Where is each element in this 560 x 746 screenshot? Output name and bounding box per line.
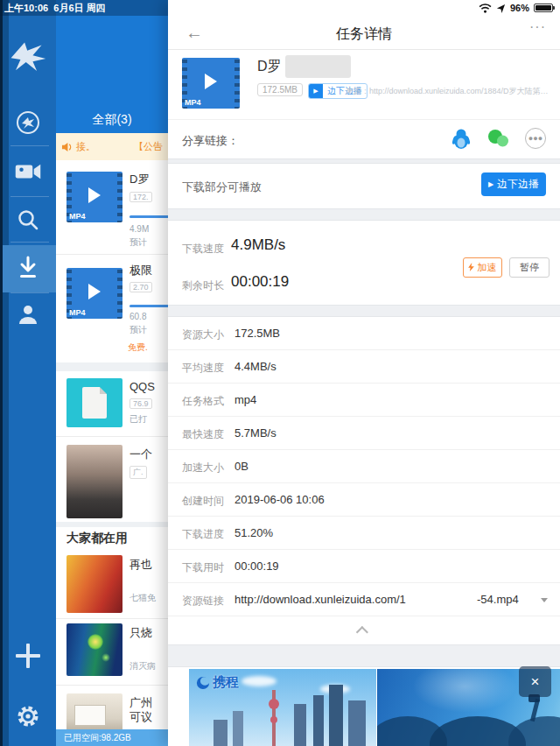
format-label: MP4 <box>185 98 201 107</box>
lightning-icon <box>468 263 474 271</box>
detail-row: 下载用时00:00:19 <box>168 550 560 583</box>
wechat-share-icon[interactable] <box>486 128 509 151</box>
discover-icon[interactable] <box>0 110 56 135</box>
task-detail-panel: ← 任务详情 ··· MP4 D罗 172.5MB ▶ 边下边播 来源：http… <box>168 0 560 746</box>
app-title: 再也 <box>130 557 152 573</box>
status-bar-right: 96% <box>479 0 553 16</box>
playable-hint: 下载部分可播放 <box>182 179 262 195</box>
task-size-badge: 172. <box>130 192 152 202</box>
more-share-icon[interactable]: ●●● <box>525 128 546 149</box>
status-time: 上午10:06 <box>4 3 48 13</box>
file-video-thumbnail[interactable]: MP4 <box>182 58 240 109</box>
stream-play-button[interactable]: ▶ 边下边播 <box>481 172 546 196</box>
detail-row: 创建时间2019-06-06 10:06 <box>168 483 560 517</box>
video-thumbnail: MP4 <box>66 172 122 222</box>
app-subtitle: 消灭病 <box>130 660 156 672</box>
speed-value: 4.9MB/s <box>231 236 285 254</box>
task-speed: 60.8 <box>130 312 146 321</box>
file-source-url: 来源：http://download.xunleizuida.com/1884/… <box>346 86 556 97</box>
accelerate-button[interactable]: 加速 <box>463 257 502 278</box>
format-label: MP4 <box>69 212 86 221</box>
app-title-line2: 可议 <box>130 709 152 725</box>
qq-share-icon[interactable] <box>450 128 472 151</box>
task-eta: 预计 <box>130 324 147 336</box>
add-task-icon[interactable] <box>0 641 56 671</box>
ad-badge: 广. <box>130 466 147 479</box>
photo-thumbnail <box>66 445 122 518</box>
format-label: MP4 <box>69 308 86 317</box>
task-size-badge: 2.70 <box>130 282 152 292</box>
detail-row: 资源大小172.5MB <box>168 317 560 350</box>
wifi-icon <box>479 4 492 13</box>
video-thumbnail: MP4 <box>66 268 122 319</box>
play-icon <box>88 284 101 299</box>
detail-row: 平均速度4.4MB/s <box>168 350 560 384</box>
xunlei-bird-logo <box>0 40 56 72</box>
share-row: 分享链接： ●●● <box>168 119 560 158</box>
resource-link-row[interactable]: 资源链接 http://download.xunleizuida.com/1 -… <box>168 583 560 616</box>
task-title: D罗 <box>130 172 149 187</box>
censored-title-region <box>285 55 351 78</box>
task-eta: 预计 <box>130 236 147 249</box>
progress-bar <box>130 305 168 307</box>
section-header: 大家都在用 <box>66 531 128 546</box>
search-icon[interactable] <box>0 208 56 231</box>
video-icon[interactable] <box>0 161 56 182</box>
sidebar <box>0 0 56 746</box>
collapse-details-button[interactable] <box>168 616 560 644</box>
expand-caret-icon[interactable] <box>541 598 548 602</box>
ad-close-button[interactable]: × <box>519 666 551 697</box>
file-name: D罗 <box>257 58 282 76</box>
detail-row: 加速大小0B <box>168 450 560 483</box>
task-size-badge: 76.9 <box>130 398 152 409</box>
chevron-up-icon <box>356 626 368 638</box>
document-thumbnail <box>66 378 122 427</box>
status-date: 6月6日 周四 <box>53 3 105 13</box>
task-status: 已打 <box>130 413 147 426</box>
pearl-tower-sphere <box>269 699 279 709</box>
announcement-tag: 【公告 <box>134 140 163 153</box>
task-promo-link[interactable]: 免费. <box>128 341 148 354</box>
ctrip-dolphin-icon <box>196 676 210 690</box>
ad-image-shanghai[interactable]: 携程 <box>189 669 376 746</box>
app-subtitle: 七猫免 <box>130 592 156 604</box>
play-icon: ▶ <box>488 180 494 188</box>
share-label: 分享链接： <box>182 133 239 149</box>
remaining-value: 00:00:19 <box>231 273 289 291</box>
speed-label: 下载速度 <box>182 242 224 257</box>
list-header: 全部(3) <box>56 0 168 133</box>
pause-button[interactable]: 暂停 <box>509 257 550 278</box>
document-icon <box>82 387 107 419</box>
profile-icon[interactable] <box>0 303 56 326</box>
panel-title: 任务详情 <box>168 25 560 44</box>
app-thumbnail <box>66 623 122 676</box>
play-icon: ▶ <box>309 83 323 99</box>
progress-bar <box>130 215 168 218</box>
file-size-badge: 172.5MB <box>257 83 303 96</box>
task-speed: 4.9M <box>130 224 149 234</box>
play-icon <box>88 187 101 203</box>
task-title: 极限 <box>130 263 152 278</box>
detail-row: 任务格式mp4 <box>168 384 560 417</box>
status-bar-left: 上午10:06 6月6日 周四 <box>0 0 168 16</box>
ctrip-logo: 携程 <box>196 674 239 691</box>
app-title: 只烧 <box>130 625 152 641</box>
location-arrow-icon <box>496 4 506 13</box>
announcement-text: 接。 <box>76 140 95 153</box>
app-thumbnail <box>66 555 122 613</box>
remaining-label: 剩余时长 <box>182 278 224 293</box>
battery-percent: 96% <box>510 3 529 13</box>
storage-usage-bar: 已用空间:98.2GB <box>56 729 168 746</box>
task-title: QQS <box>130 380 155 393</box>
battery-icon <box>534 4 553 12</box>
list-header-title: 全部(3) <box>56 112 168 128</box>
download-list-column: 全部(3) 接。 【公告 MP4 D罗 172. 4.9M 预计 MP4 极限 … <box>56 0 168 746</box>
announcement-bar[interactable]: 接。 【公告 <box>56 133 168 160</box>
detail-row: 最快速度5.7MB/s <box>168 417 560 450</box>
settings-gear-icon[interactable] <box>0 704 56 728</box>
more-menu-icon[interactable]: ··· <box>529 19 546 35</box>
speaker-icon <box>61 142 73 152</box>
play-icon <box>205 74 217 89</box>
task-title: 一个 <box>130 447 152 462</box>
downloads-icon[interactable] <box>0 256 56 280</box>
